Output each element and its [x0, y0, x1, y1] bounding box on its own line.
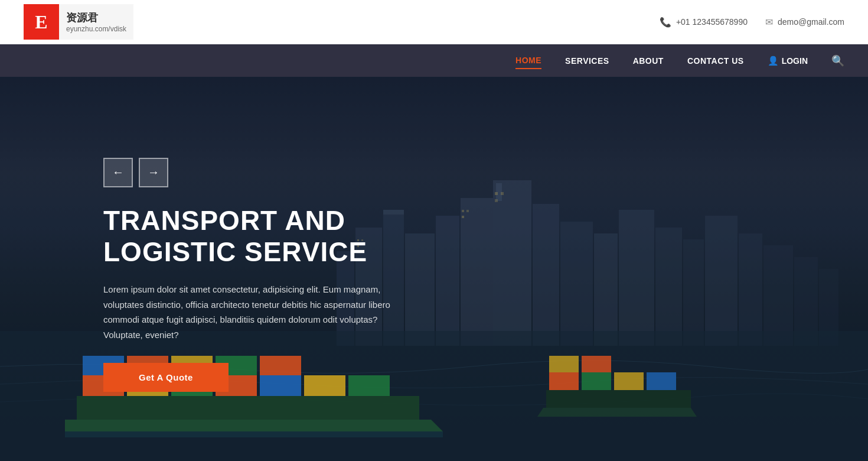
top-contact: 📞 +01 123455678990 ✉ demo@gmail.com: [660, 17, 844, 28]
logo-url-text: eyunzhu.com/vdisk: [66, 25, 126, 33]
prev-slide-button[interactable]: ←: [103, 158, 133, 187]
logo-text: 资源君 eyunzhu.com/vdisk: [59, 4, 133, 40]
svg-rect-6: [461, 198, 493, 346]
svg-rect-47: [582, 372, 611, 390]
svg-rect-24: [466, 210, 469, 212]
logo-icon: E: [24, 4, 59, 40]
phone-icon: 📞: [660, 17, 671, 28]
svg-marker-44: [537, 408, 697, 417]
svg-rect-5: [436, 216, 459, 346]
svg-rect-48: [614, 372, 644, 390]
svg-rect-13: [655, 228, 682, 346]
hero-section: ← → TRANSPORT AND LOGISTIC SERVICE Lorem…: [0, 77, 868, 461]
phone-number: +01 123455678990: [676, 17, 748, 27]
svg-rect-15: [705, 216, 738, 346]
svg-rect-51: [582, 356, 611, 372]
svg-rect-26: [495, 192, 498, 195]
top-bar: E 资源君 eyunzhu.com/vdisk 📞 +01 1234556789…: [0, 0, 868, 44]
svg-rect-50: [549, 356, 579, 372]
svg-rect-49: [647, 372, 676, 390]
next-slide-button[interactable]: →: [139, 158, 168, 187]
svg-rect-45: [546, 390, 691, 408]
svg-rect-28: [495, 199, 498, 202]
hero-description: Lorem ipsum dolor sit amet consectetur, …: [103, 282, 413, 342]
nav-services[interactable]: SERVICES: [565, 53, 609, 69]
phone-contact: 📞 +01 123455678990: [660, 17, 748, 28]
logo-chinese-text: 资源君: [66, 11, 126, 25]
svg-rect-7: [493, 180, 531, 346]
nav-home[interactable]: HOME: [515, 53, 541, 69]
login-person-icon: 👤: [768, 56, 779, 66]
slider-controls: ← →: [103, 158, 413, 187]
svg-rect-14: [683, 239, 704, 346]
svg-rect-43: [65, 431, 443, 437]
logo-area: E 资源君 eyunzhu.com/vdisk: [24, 4, 133, 40]
nav-about[interactable]: ABOUT: [633, 53, 664, 69]
nav-bar: HOME SERVICES ABOUT CONTACT US 👤 LOGIN 🔍: [0, 44, 868, 77]
svg-rect-9: [533, 204, 559, 346]
svg-rect-11: [594, 233, 618, 346]
svg-rect-30: [77, 396, 419, 420]
svg-rect-12: [619, 210, 654, 346]
email-icon: ✉: [765, 17, 773, 28]
svg-rect-23: [462, 210, 464, 212]
svg-rect-25: [462, 216, 464, 218]
hero-content: ← → TRANSPORT AND LOGISTIC SERVICE Lorem…: [0, 146, 413, 392]
email-contact: ✉ demo@gmail.com: [765, 17, 844, 28]
boat-small-ship: [537, 349, 703, 426]
hero-title: TRANSPORT AND LOGISTIC SERVICE: [103, 205, 413, 268]
svg-marker-29: [65, 420, 443, 431]
svg-rect-27: [501, 192, 504, 195]
email-address: demo@gmail.com: [778, 17, 844, 27]
get-quote-button[interactable]: Get A Quote: [103, 363, 229, 392]
login-button[interactable]: 👤 LOGIN: [768, 56, 808, 66]
search-icon[interactable]: 🔍: [831, 54, 844, 67]
svg-rect-46: [549, 372, 579, 390]
svg-rect-16: [739, 233, 762, 346]
nav-contact-us[interactable]: CONTACT US: [687, 53, 744, 69]
svg-rect-10: [560, 222, 593, 346]
